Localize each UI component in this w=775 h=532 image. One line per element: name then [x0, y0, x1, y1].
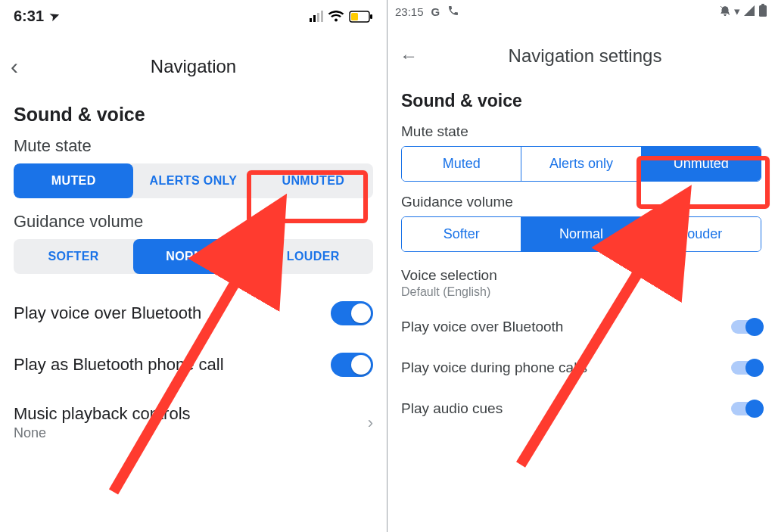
row-label: Play as Bluetooth phone call: [14, 355, 331, 375]
toggle-play-voice-bluetooth[interactable]: [731, 320, 761, 334]
ios-header: ‹ Navigation: [0, 43, 387, 90]
toggle-play-voice-bluetooth[interactable]: [331, 301, 373, 325]
row-label: Play voice over Bluetooth: [401, 319, 563, 335]
page-title: Navigation: [151, 56, 236, 77]
ios-status-right: [310, 11, 373, 23]
row-label: Play audio cues: [401, 400, 503, 417]
toggle-play-as-bt-call[interactable]: [331, 353, 373, 377]
guidance-volume-segmented: Softer Normal Louder: [401, 216, 761, 252]
ios-pane: 6:31 ➤ ‹ Navigation Sound & voice: [0, 0, 388, 532]
ios-time: 6:31: [14, 8, 44, 24]
guidance-volume-label: Guidance volume: [401, 194, 761, 210]
row-label: Play voice during phone calls: [401, 359, 587, 376]
cellular-signal-icon: [310, 11, 323, 22]
android-pane: 23:15 G ▾ ← Navigation s: [388, 0, 775, 532]
wifi-icon: [328, 11, 344, 23]
toggle-play-audio-cues[interactable]: [731, 402, 761, 415]
mute-option-alerts-only[interactable]: Alerts only: [521, 147, 641, 181]
caret-down-icon: ▾: [734, 5, 740, 18]
back-button[interactable]: ‹: [11, 54, 18, 79]
mute-state-segmented: Muted Alerts only Unmuted: [401, 146, 761, 182]
guidance-option-louder[interactable]: LOUDER: [254, 239, 373, 274]
mute-option-alerts-only[interactable]: ALERTS ONLY: [133, 163, 253, 198]
android-status-left: 23:15 G: [395, 5, 459, 19]
svg-rect-1: [370, 14, 372, 19]
voice-selection-label: Voice selection: [401, 267, 761, 284]
row-play-as-bt-call[interactable]: Play as Bluetooth phone call: [14, 339, 373, 390]
android-content: Sound & voice Mute state Muted Alerts on…: [388, 91, 775, 429]
mute-state-segmented: MUTED ALERTS ONLY UNMUTED: [14, 163, 373, 198]
guidance-volume-label: Guidance volume: [14, 212, 373, 232]
ios-status-bar: 6:31 ➤: [0, 0, 387, 28]
row-play-voice-bluetooth[interactable]: Play voice over Bluetooth: [14, 288, 373, 339]
guidance-option-louder[interactable]: Louder: [642, 217, 761, 251]
mute-option-unmuted[interactable]: Unmuted: [642, 147, 761, 181]
svg-rect-2: [351, 13, 358, 20]
battery-icon: [349, 11, 373, 23]
ios-status-time: 6:31 ➤: [14, 8, 60, 25]
page-title: Navigation settings: [407, 45, 763, 67]
svg-rect-5: [761, 4, 764, 6]
music-playback-value: None: [14, 425, 368, 441]
music-playback-label: Music playback controls: [14, 404, 368, 424]
guidance-option-normal[interactable]: NORMAL: [133, 239, 253, 274]
battery-icon: [758, 4, 767, 20]
signal-icon: [743, 5, 755, 19]
row-play-voice-bluetooth[interactable]: Play voice over Bluetooth: [401, 306, 761, 347]
row-play-audio-cues[interactable]: Play audio cues: [401, 388, 761, 429]
android-time: 23:15: [395, 5, 424, 18]
section-heading-sound-voice: Sound & voice: [401, 91, 761, 111]
google-icon: G: [431, 5, 440, 18]
location-arrow-icon: ➤: [48, 8, 61, 23]
mute-bell-icon: [719, 5, 731, 19]
row-label: Play voice over Bluetooth: [14, 303, 331, 323]
android-header: ← Navigation settings: [388, 30, 775, 74]
guidance-volume-segmented: SOFTER NORMAL LOUDER: [14, 239, 373, 274]
voice-selection-value: Default (English): [401, 285, 761, 299]
guidance-option-normal[interactable]: Normal: [521, 217, 641, 251]
toggle-play-voice-during-calls[interactable]: [731, 361, 761, 375]
row-music-playback-controls[interactable]: Music playback controls None ›: [14, 390, 373, 455]
svg-rect-4: [759, 5, 767, 17]
mute-option-muted[interactable]: Muted: [402, 147, 521, 181]
row-voice-selection[interactable]: Voice selection Default (English): [401, 267, 761, 299]
phone-icon: [447, 5, 459, 19]
row-play-voice-during-calls[interactable]: Play voice during phone calls: [401, 347, 761, 388]
mute-option-muted[interactable]: MUTED: [14, 163, 133, 198]
section-heading-sound-voice: Sound & voice: [14, 104, 373, 126]
guidance-option-softer[interactable]: Softer: [402, 217, 521, 251]
ios-content: Sound & voice Mute state MUTED ALERTS ON…: [0, 104, 387, 455]
row-label: Music playback controls None: [14, 404, 368, 441]
mute-state-label: Mute state: [14, 136, 373, 156]
android-status-right: ▾: [719, 4, 767, 20]
guidance-option-softer[interactable]: SOFTER: [14, 239, 133, 274]
chevron-right-icon: ›: [368, 413, 373, 433]
android-status-bar: 23:15 G ▾: [388, 2, 775, 21]
mute-option-unmuted[interactable]: UNMUTED: [254, 163, 373, 198]
mute-state-label: Mute state: [401, 123, 761, 140]
